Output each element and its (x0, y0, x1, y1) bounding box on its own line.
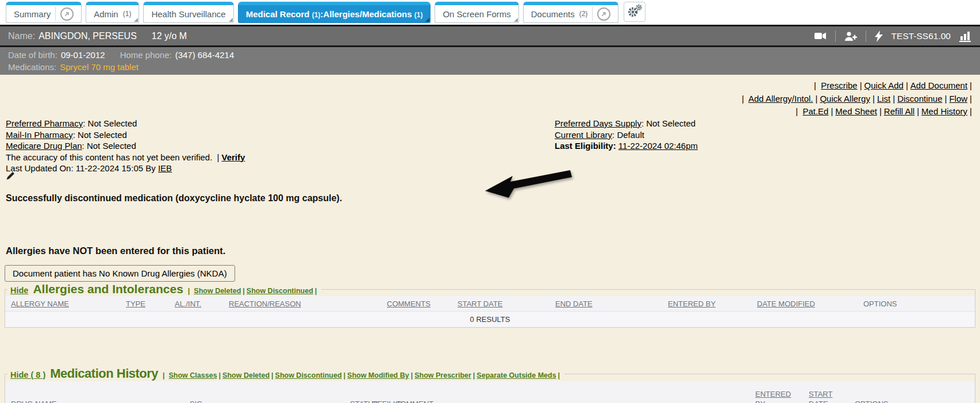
eligibility-label: Last Eligibility: (555, 141, 616, 151)
allergies-filter-link[interactable]: Show Discontinued (247, 287, 313, 295)
action-links: Prescribe|Quick Add|Add Document| Add Al… (742, 79, 974, 118)
supply-value: Default (612, 130, 644, 140)
allergies-section: Hide Allergies and Intolerances Show Del… (5, 282, 975, 328)
column-header-options: OPTIONS (863, 300, 897, 308)
medication-section-title: Medication History (50, 366, 158, 381)
account-id: TEST-SS61.00 (891, 31, 951, 41)
medication-filter-link[interactable]: Show Classes (169, 371, 217, 379)
video-camera-icon[interactable] (814, 31, 827, 41)
column-header[interactable]: STATUS (350, 399, 372, 403)
column-header[interactable]: REFILLS (372, 399, 395, 403)
supply-value: Not Selected (641, 118, 695, 128)
column-header[interactable]: TYPE (126, 300, 175, 308)
medication-filter-link[interactable]: Show Modified By (347, 371, 409, 379)
tab-documents[interactable]: Documents (2) (523, 2, 619, 23)
lightning-bolt-icon[interactable] (875, 30, 883, 42)
action-link[interactable]: Add Document (910, 80, 967, 90)
pharmacy-info: Preferred PharmacyNot SelectedMail-In Ph… (6, 118, 245, 174)
divider (866, 30, 866, 42)
column-header[interactable]: ENTERED BY (668, 300, 757, 308)
action-row-2: Add Allergy/Intol.|Quick Allergy|List|Di… (742, 93, 974, 106)
action-link[interactable]: Refill All (884, 106, 914, 116)
pencil-icon[interactable] (6, 171, 15, 181)
column-header[interactable]: REACTION/REASON (229, 300, 387, 308)
tab-admin-label: Admin (94, 9, 118, 19)
dob-value: 09-01-2012 (61, 49, 105, 61)
medication-filter-link[interactable]: Show Discontinued (275, 371, 342, 379)
pharmacy-link[interactable]: Preferred Pharmacy (6, 118, 83, 128)
status-message: Successfully discontinued medication (do… (6, 193, 342, 204)
tab-summary[interactable]: Summary (6, 2, 82, 23)
column-header[interactable]: START DATE (809, 389, 839, 403)
divider (835, 30, 836, 42)
medication-filter-link[interactable]: Separate Outside Meds (476, 371, 556, 379)
column-header[interactable]: START DATE (458, 300, 555, 308)
column-header[interactable]: SIG (190, 399, 350, 403)
supply-link[interactable]: Current Library (555, 130, 612, 140)
tab-documents-label: Documents (531, 9, 575, 19)
patient-banner: Name: ABINGDON, PERSEUS 12 y/o M TEST-SS… (0, 25, 980, 47)
action-link[interactable]: Quick Allergy (820, 94, 870, 103)
column-header[interactable]: AL./INT. (175, 300, 229, 308)
pharmacy-row: Preferred PharmacyNot Selected (6, 118, 245, 129)
action-link[interactable]: Med Sheet (835, 106, 877, 116)
supply-link[interactable]: Preferred Days Supply (555, 118, 641, 128)
tab-fold-icon (229, 18, 233, 22)
updated-by-link[interactable]: IEB (158, 163, 172, 173)
action-link[interactable]: Prescribe (821, 80, 857, 90)
column-header[interactable]: ALLERGY NAME (11, 300, 126, 308)
medications-value[interactable]: Sprycel 70 mg tablet (60, 61, 139, 73)
pharmacy-value: Not Selected (73, 130, 127, 140)
allergies-section-title: Allergies and Intolerances (33, 282, 183, 296)
patient-name: ABINGDON, PERSEUS (39, 31, 137, 41)
tab-medical-label: Medical Record (1):Allergies/Medications… (246, 9, 423, 19)
column-header[interactable]: ENTERED BY (755, 389, 792, 403)
pharmacy-link[interactable]: Mail-In Pharmacy (6, 130, 73, 140)
allergies-results-count: 0 RESULTS (5, 312, 975, 327)
verify-link[interactable]: Verify (221, 152, 245, 162)
action-link[interactable]: Discontinue (897, 94, 942, 103)
external-link-circle-icon[interactable] (597, 7, 610, 21)
column-header[interactable]: COMMENT (395, 399, 755, 403)
action-link[interactable]: List (877, 94, 890, 103)
tab-admin[interactable]: Admin (1) (86, 2, 139, 23)
settings-button[interactable] (624, 2, 645, 22)
tab-health-surveillance[interactable]: Health Surveillance (143, 2, 233, 23)
column-header[interactable]: DRUG NAME (11, 399, 190, 403)
eligibility-date-link[interactable]: 11-22-2024 02:46pm (618, 141, 698, 151)
dob-label: Date of birth: (8, 49, 57, 61)
action-link[interactable]: Add Allergy/Intol. (748, 94, 813, 103)
pharmacy-value: Not Selected (82, 141, 136, 151)
pharmacy-row: Medicare Drug PlanNot Selected (6, 140, 245, 152)
action-row-1: Prescribe|Quick Add|Add Document| (742, 79, 974, 93)
medication-filter-link[interactable]: Show Prescriber (414, 371, 471, 379)
phone-label: Home phone: (120, 49, 172, 61)
patient-age-sex: 12 y/o M (152, 31, 187, 41)
action-link[interactable]: Med History (921, 106, 967, 116)
gears-icon (626, 3, 643, 19)
bar-chart-icon[interactable] (959, 30, 972, 42)
allergies-hide-link[interactable]: Hide (10, 286, 28, 295)
pharmacy-link[interactable]: Medicare Drug Plan (6, 141, 82, 151)
allergies-section-header: Hide Allergies and Intolerances Show Del… (7, 282, 321, 296)
medication-hide-link[interactable]: Hide ( 8 ) (10, 370, 45, 379)
tab-on-screen-forms[interactable]: On Screen Forms (435, 2, 518, 23)
medication-table-header: DRUG NAME SIG STATUS REFILLS COMMENT ENT… (5, 381, 975, 403)
action-link[interactable]: Pat.Ed (802, 106, 828, 116)
tab-divider (55, 7, 56, 21)
column-header[interactable]: COMMENTS (387, 300, 458, 308)
tab-medical-record[interactable]: Medical Record (1):Allergies/Medications… (238, 2, 431, 23)
last-updated-text: Last Updated On: 11-22-2024 15:05 By (6, 163, 156, 173)
allergies-filter-link[interactable]: Show Deleted (194, 287, 241, 295)
nkda-button[interactable]: Document patient has No Known Drug Aller… (5, 265, 235, 282)
black-annotation-arrow-left-icon (484, 168, 575, 198)
action-link[interactable]: Flow (949, 94, 967, 103)
external-link-circle-icon[interactable] (60, 7, 74, 21)
allergies-filter-links: Show Deleted|Show Discontinued| (188, 287, 318, 295)
column-header[interactable]: DATE MODIFIED (757, 300, 863, 308)
medication-filter-link[interactable]: Show Deleted (222, 371, 270, 379)
banner-icon-group: TEST-SS61.00 (814, 30, 972, 42)
column-header[interactable]: END DATE (555, 300, 668, 308)
action-link[interactable]: Quick Add (864, 80, 904, 90)
add-person-icon[interactable] (844, 31, 857, 41)
